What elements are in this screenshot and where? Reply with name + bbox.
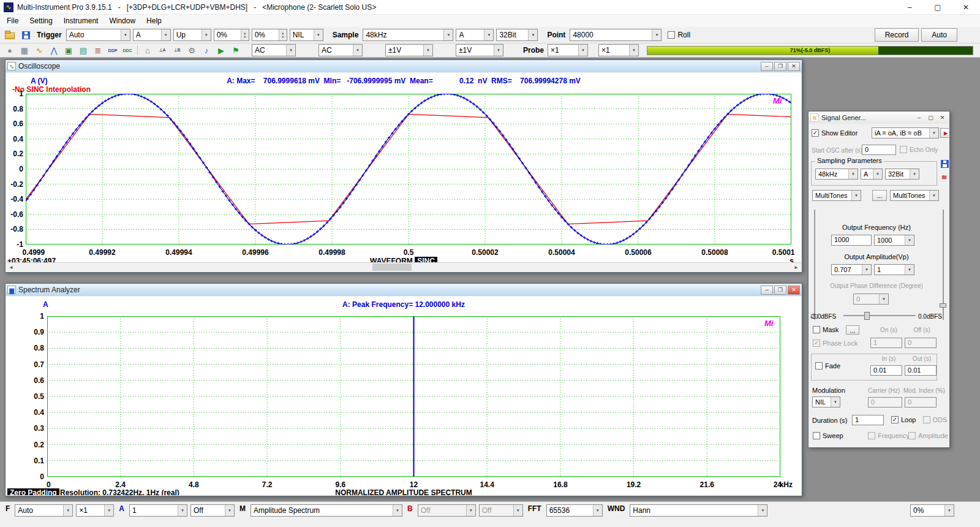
chevron-down-icon[interactable]: ▼ <box>848 169 858 179</box>
spectrum-close-button[interactable]: ✕ <box>788 286 800 295</box>
signal-generator-minimize-button[interactable]: – <box>914 113 924 122</box>
chevron-down-icon[interactable]: ▼ <box>944 505 954 516</box>
probe-a-combo[interactable]: ×1▼ <box>548 44 588 56</box>
chevron-down-icon[interactable]: ▼ <box>593 505 602 516</box>
waveform-b-combo[interactable]: MultiTones▼ <box>890 190 939 201</box>
generator-run-button[interactable]: ▶ <box>940 128 949 138</box>
trigger-level-spinner[interactable]: 0%▲▼ <box>214 29 249 41</box>
generator-rate-combo[interactable]: 48kHz▼ <box>815 169 858 180</box>
slider-handle[interactable] <box>864 312 870 320</box>
sampling-rate-combo[interactable]: 48kHz▼ <box>363 29 453 41</box>
sound-device-icon[interactable]: ♪ <box>200 45 213 56</box>
maximize-button[interactable]: ▢ <box>924 0 952 14</box>
fade-out-input[interactable]: 0.01 <box>905 365 937 376</box>
chevron-down-icon[interactable]: ▼ <box>353 45 362 56</box>
spectrum-analyzer-icon[interactable]: ⋀ <box>47 45 61 56</box>
ddc-icon[interactable]: DDC <box>121 45 134 56</box>
fft-size-combo[interactable]: 65536▼ <box>546 504 603 517</box>
routing-combo[interactable]: iA = oA, iB = oB▼ <box>872 127 939 138</box>
roll-checkbox[interactable] <box>668 31 675 39</box>
sweep-amplitude-checkbox[interactable] <box>908 432 916 439</box>
spectrum-minimize-button[interactable]: – <box>761 286 773 295</box>
generator-channel-combo[interactable]: A▼ <box>861 169 883 180</box>
save-file-icon[interactable] <box>19 29 32 41</box>
scroll-right-icon[interactable]: ► <box>791 263 801 271</box>
chevron-down-icon[interactable]: ▼ <box>513 505 522 516</box>
signal-generator-titlebar[interactable]: ≋ Signal Gener... – ▢ ✕ <box>809 112 949 124</box>
chevron-down-icon[interactable]: ▼ <box>929 191 938 200</box>
oscilloscope-close-button[interactable]: ✕ <box>788 62 800 71</box>
window-function-combo[interactable]: Hann▼ <box>630 504 767 517</box>
menu-window[interactable]: Window <box>104 16 141 26</box>
chevron-down-icon[interactable]: ▼ <box>831 397 840 407</box>
chevron-down-icon[interactable]: ▼ <box>63 505 72 516</box>
sweep-frequency-checkbox[interactable] <box>868 432 875 439</box>
amplitude-b-combo[interactable]: 1▼ <box>874 264 914 275</box>
range-b-combo[interactable]: ±1V▼ <box>456 44 503 56</box>
oscilloscope-scrollbar-track[interactable] <box>16 263 791 271</box>
sampling-bits-combo[interactable]: 32Bit▼ <box>496 29 538 41</box>
phase-lock-on-input[interactable]: 1 <box>870 338 902 348</box>
signal-generator-close-button[interactable]: ✕ <box>937 113 948 122</box>
chevron-down-icon[interactable]: ▼ <box>528 29 537 40</box>
a-scale-combo[interactable]: 1▼ <box>129 504 187 517</box>
chevron-down-icon[interactable]: ▼ <box>443 29 453 40</box>
fade-checkbox[interactable] <box>815 362 823 370</box>
chevron-down-icon[interactable]: ▼ <box>851 191 861 200</box>
multitones-edit-button[interactable]: ... <box>872 190 887 201</box>
chevron-down-icon[interactable]: ▼ <box>466 505 475 516</box>
chevron-down-icon[interactable]: ▼ <box>629 45 638 56</box>
multimeter-icon[interactable]: ▣ <box>62 45 75 56</box>
range-a-combo[interactable]: ±1V▼ <box>385 44 433 56</box>
record-button[interactable]: Record <box>875 28 919 42</box>
output-level-slider[interactable] <box>843 312 916 320</box>
frequency-multiplier-combo[interactable]: ×1▼ <box>76 504 114 517</box>
echo-only-checkbox[interactable] <box>900 146 907 153</box>
slider-handle[interactable] <box>940 303 946 308</box>
chevron-down-icon[interactable]: ▼ <box>862 265 871 275</box>
spinner-arrows-icon[interactable]: ▲▼ <box>241 29 249 40</box>
frequency-a-input[interactable]: 1000 <box>831 235 872 246</box>
signal-generator-maximize-button[interactable]: ▢ <box>925 113 936 122</box>
coupling-a-combo[interactable]: AC▼ <box>252 44 296 56</box>
oscilloscope-minimize-button[interactable]: – <box>761 62 773 71</box>
chevron-down-icon[interactable]: ▼ <box>202 29 211 40</box>
generator-save-icon[interactable] <box>941 160 949 168</box>
minimize-button[interactable]: – <box>895 0 924 14</box>
sweep-checkbox[interactable] <box>813 432 820 439</box>
menu-instrument[interactable]: Instrument <box>58 16 104 26</box>
phase-lock-checkbox[interactable]: ✓ <box>813 339 820 347</box>
output-slider-right[interactable] <box>939 210 948 320</box>
home-icon[interactable]: ⌂ <box>141 45 154 56</box>
b-processing-combo[interactable]: Off▼ <box>479 504 523 517</box>
auto-scale-button[interactable]: Auto <box>921 28 957 42</box>
phase-lock-off-input[interactable]: 0 <box>905 338 937 348</box>
oscilloscope-icon[interactable]: ∿ <box>32 45 46 56</box>
reference-a-icon[interactable]: ⊥A <box>156 45 169 56</box>
chevron-down-icon[interactable]: ▼ <box>494 45 503 56</box>
loop-checkbox[interactable]: ✓ <box>891 416 899 423</box>
b-scale-combo[interactable]: Off▼ <box>418 504 476 517</box>
menu-setting[interactable]: Setting <box>24 16 58 26</box>
start-osc-input[interactable]: 0 <box>862 145 896 155</box>
chevron-down-icon[interactable]: ▼ <box>905 235 914 245</box>
chevron-down-icon[interactable]: ▼ <box>121 29 130 40</box>
duration-input[interactable]: 1 <box>852 415 884 425</box>
chevron-down-icon[interactable]: ▼ <box>929 128 938 138</box>
frequency-axis-combo[interactable]: Auto▼ <box>15 504 73 517</box>
phase-difference-combo[interactable]: 0▼ <box>853 294 889 305</box>
output-slider-left[interactable] <box>810 210 819 320</box>
trigger-source-combo[interactable]: A▼ <box>133 29 171 41</box>
overlap-combo[interactable]: 0%▼ <box>910 504 954 517</box>
view-layout-icon[interactable]: ▦ <box>18 45 31 56</box>
chevron-down-icon[interactable]: ▼ <box>161 29 170 40</box>
amplitude-a-combo[interactable]: 0.707▼ <box>831 264 872 275</box>
dds-checkbox[interactable] <box>923 416 930 423</box>
chevron-down-icon[interactable]: ▼ <box>578 45 587 56</box>
ddp-viewer-icon[interactable]: DDP <box>106 45 119 56</box>
mod-index-input[interactable]: 0 <box>905 397 937 408</box>
coupling-b-combo[interactable]: AC▼ <box>318 44 363 56</box>
chevron-down-icon[interactable]: ▼ <box>178 505 187 516</box>
spinner-arrows-icon[interactable]: ▲▼ <box>279 29 287 40</box>
titlebar[interactable]: ∿ Multi-Instrument Pro 3.9.15.1 - [+3DP+… <box>0 0 980 15</box>
